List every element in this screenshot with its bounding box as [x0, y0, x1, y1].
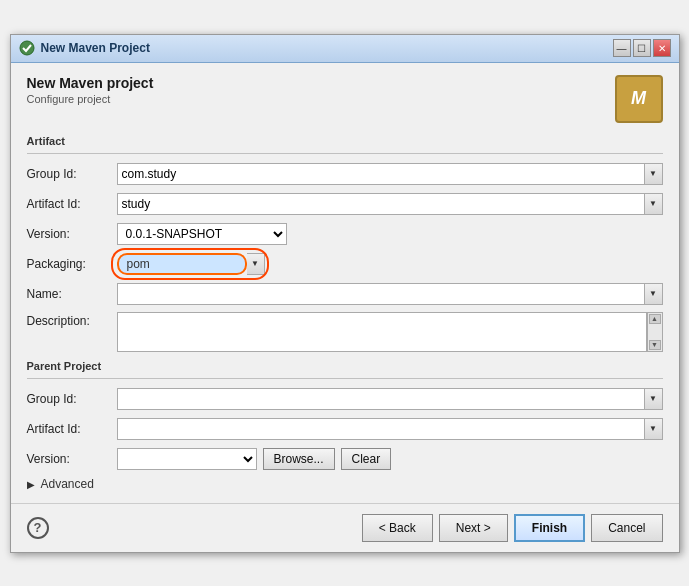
parent-artifact-id-control: ▼ [117, 418, 663, 440]
description-row: Description: ▲ ▼ [27, 312, 663, 352]
next-button[interactable]: Next > [439, 514, 508, 542]
browse-button[interactable]: Browse... [263, 448, 335, 470]
parent-group-id-row: Group Id: ▼ [27, 387, 663, 411]
restore-button[interactable]: ☐ [633, 39, 651, 57]
parent-version-select[interactable] [117, 448, 257, 470]
page-header: New Maven project Configure project M [27, 75, 663, 123]
parent-group-id-label: Group Id: [27, 392, 117, 406]
parent-group-id-control: ▼ [117, 388, 663, 410]
main-window: New Maven Project — ☐ ✕ New Maven projec… [10, 34, 680, 553]
advanced-label: Advanced [41, 477, 94, 491]
page-title: New Maven project [27, 75, 154, 91]
title-block: New Maven project Configure project [27, 75, 154, 105]
packaging-input[interactable] [117, 253, 247, 275]
svg-point-0 [20, 41, 34, 55]
version-row: Version: 0.0.1-SNAPSHOT [27, 222, 663, 246]
parent-version-controls: Browse... Clear [117, 448, 663, 470]
clear-button[interactable]: Clear [341, 448, 392, 470]
footer-buttons: < Back Next > Finish Cancel [362, 514, 663, 542]
footer-left: ? [27, 517, 49, 539]
window-title: New Maven Project [41, 41, 613, 55]
group-id-input[interactable] [117, 163, 645, 185]
window-controls: — ☐ ✕ [613, 39, 671, 57]
parent-group-id-input[interactable] [117, 388, 645, 410]
artifact-section-label: Artifact [27, 135, 663, 147]
minimize-button[interactable]: — [613, 39, 631, 57]
parent-artifact-id-row: Artifact Id: ▼ [27, 417, 663, 441]
name-input[interactable] [117, 283, 645, 305]
advanced-row[interactable]: ▶ Advanced [27, 477, 663, 491]
name-control: ▼ [117, 283, 663, 305]
dialog-footer: ? < Back Next > Finish Cancel [11, 503, 679, 552]
back-button[interactable]: < Back [362, 514, 433, 542]
parent-artifact-id-label: Artifact Id: [27, 422, 117, 436]
parent-group-id-dropdown[interactable]: ▼ [645, 388, 663, 410]
group-id-control: ▼ [117, 163, 663, 185]
name-dropdown[interactable]: ▼ [645, 283, 663, 305]
cancel-button[interactable]: Cancel [591, 514, 662, 542]
parent-divider [27, 378, 663, 379]
packaging-dropdown[interactable]: ▼ [247, 253, 265, 275]
packaging-control: ▼ [117, 253, 663, 275]
parent-artifact-id-dropdown[interactable]: ▼ [645, 418, 663, 440]
artifact-divider [27, 153, 663, 154]
help-button[interactable]: ? [27, 517, 49, 539]
name-label: Name: [27, 287, 117, 301]
finish-button[interactable]: Finish [514, 514, 585, 542]
group-id-row: Group Id: ▼ [27, 162, 663, 186]
artifact-id-input[interactable] [117, 193, 645, 215]
packaging-wrapper: ▼ [117, 253, 265, 275]
window-icon [19, 40, 35, 56]
maven-logo: M [615, 75, 663, 123]
artifact-id-label: Artifact Id: [27, 197, 117, 211]
version-control: 0.0.1-SNAPSHOT [117, 223, 663, 245]
artifact-id-dropdown[interactable]: ▼ [645, 193, 663, 215]
dialog-content: New Maven project Configure project M Ar… [11, 63, 679, 503]
scroll-up-arrow[interactable]: ▲ [649, 314, 661, 324]
description-label: Description: [27, 312, 117, 328]
name-row: Name: ▼ [27, 282, 663, 306]
description-input[interactable] [117, 312, 647, 352]
close-button[interactable]: ✕ [653, 39, 671, 57]
version-label: Version: [27, 227, 117, 241]
packaging-row: Packaging: ▼ [27, 252, 663, 276]
advanced-arrow-icon: ▶ [27, 479, 37, 489]
group-id-label: Group Id: [27, 167, 117, 181]
parent-artifact-id-input[interactable] [117, 418, 645, 440]
parent-section-label: Parent Project [27, 360, 663, 372]
description-scrollbar: ▲ ▼ [647, 312, 663, 352]
parent-version-label: Version: [27, 452, 117, 466]
title-bar: New Maven Project — ☐ ✕ [11, 35, 679, 63]
page-subtitle: Configure project [27, 93, 154, 105]
artifact-id-row: Artifact Id: ▼ [27, 192, 663, 216]
version-select[interactable]: 0.0.1-SNAPSHOT [117, 223, 287, 245]
group-id-dropdown[interactable]: ▼ [645, 163, 663, 185]
artifact-id-control: ▼ [117, 193, 663, 215]
scroll-down-arrow[interactable]: ▼ [649, 340, 661, 350]
packaging-label: Packaging: [27, 257, 117, 271]
parent-version-row: Version: Browse... Clear [27, 447, 663, 471]
